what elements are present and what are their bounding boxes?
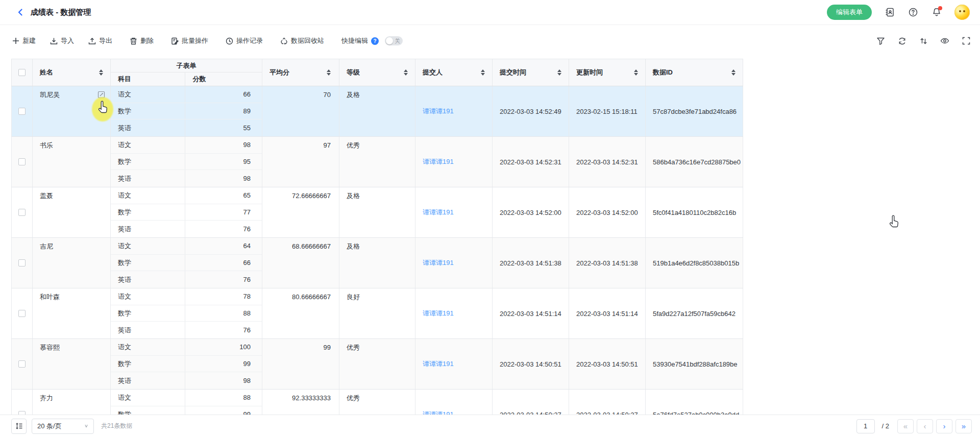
edit-form-button[interactable]: 编辑表单 <box>827 5 872 20</box>
avatar[interactable] <box>954 5 970 20</box>
score-value: 64 <box>185 238 262 254</box>
page-number-input[interactable] <box>856 419 875 433</box>
score-value: 89 <box>185 103 262 119</box>
submit-time-cell: 2022-03-03 14:52:31 <box>493 137 569 187</box>
notification-bell-icon[interactable] <box>931 7 942 18</box>
subject-value: 语文 <box>111 86 185 103</box>
column-header-submit-time[interactable]: 提交时间 <box>493 59 569 86</box>
submit-time-cell: 2022-03-03 14:50:51 <box>493 339 569 389</box>
export-button[interactable]: 导出 <box>88 36 112 45</box>
row-checkbox[interactable] <box>18 259 26 266</box>
column-header-data-id[interactable]: 数据ID <box>646 59 743 86</box>
first-page-button[interactable]: « <box>897 419 914 433</box>
sort-caret-icon[interactable] <box>634 69 638 76</box>
quick-edit-help-icon[interactable]: ? <box>371 37 379 45</box>
sort-caret-icon[interactable] <box>99 69 103 76</box>
subject-value: 英语 <box>111 170 185 187</box>
subform-cell: 语文100数学99英语98 <box>111 339 262 389</box>
row-checkbox[interactable] <box>18 360 26 368</box>
table-row[interactable]: 书乐 语文98数学95英语98 97 优秀 谭谭谭191 2022-03-03 … <box>11 137 743 187</box>
sort-caret-icon[interactable] <box>404 69 408 76</box>
import-button[interactable]: 导入 <box>50 36 74 45</box>
fullscreen-icon[interactable] <box>961 35 972 46</box>
refresh-icon[interactable] <box>896 35 908 46</box>
quick-edit-toggle[interactable]: 关 <box>385 36 403 45</box>
import-icon <box>50 37 58 45</box>
column-header-score[interactable]: 分数 <box>185 72 262 86</box>
subform-sub-row: 数学99 <box>111 406 262 415</box>
page-size-select[interactable]: 20 条/页 ∨ <box>32 419 94 434</box>
submitter-link[interactable]: 谭谭谭191 <box>423 258 454 268</box>
contacts-book-icon[interactable] <box>884 7 895 18</box>
submitter-link[interactable]: 谭谭谭191 <box>423 208 454 217</box>
subject-value: 英语 <box>111 372 185 389</box>
submitter-link[interactable]: 谭谭谭191 <box>423 157 454 166</box>
subform-sub-row: 语文65 <box>111 187 262 204</box>
table-row[interactable]: 齐力 语文88数学99英语 92.33333333 优秀 谭谭谭191 2022… <box>11 390 743 415</box>
table-row[interactable]: 吉尼 语文64数学66英语76 68.66666667 及格 谭谭谭191 20… <box>11 238 743 288</box>
table-row[interactable]: 盖聂 语文65数学77英语76 72.66666667 及格 谭谭谭191 20… <box>11 187 743 238</box>
update-time-cell: 2023-02-15 15:18:11 <box>569 86 646 136</box>
name-cell: 盖聂 <box>33 187 111 237</box>
back-button[interactable] <box>15 7 26 17</box>
submitter-link[interactable]: 谭谭谭191 <box>423 107 454 116</box>
subject-value: 语文 <box>111 390 185 406</box>
grade-cell: 优秀 <box>339 339 415 389</box>
sort-caret-icon[interactable] <box>481 69 485 76</box>
average-cell: 92.33333333 <box>262 390 339 415</box>
row-checkbox[interactable] <box>18 411 26 415</box>
row-checkbox[interactable] <box>18 158 26 165</box>
table-row[interactable]: 和叶森 语文78数学88英语76 80.66666667 良好 谭谭谭191 2… <box>11 288 743 339</box>
sort-caret-icon[interactable] <box>731 69 736 76</box>
average-cell: 68.66666667 <box>262 238 339 288</box>
column-header-grade[interactable]: 等级 <box>339 59 415 86</box>
sort-icon[interactable] <box>918 35 929 46</box>
grade-value: 及格 <box>347 238 360 255</box>
table-header: 姓名 子表单 科目 分数 平均分 等级 提交人 <box>11 59 743 86</box>
subject-value: 数学 <box>111 204 185 221</box>
row-checkbox[interactable] <box>18 310 26 317</box>
sort-caret-icon[interactable] <box>327 69 331 76</box>
table-row[interactable]: 凯尼吴 语文66数学89英语55 70 及格 谭谭谭191 2022-03-03… <box>11 86 743 137</box>
score-value: 88 <box>185 390 262 406</box>
batch-operation-button[interactable]: 批量操作 <box>171 36 208 45</box>
submitter-link[interactable]: 谭谭谭191 <box>423 410 454 415</box>
column-header-average[interactable]: 平均分 <box>262 59 339 86</box>
visibility-eye-icon[interactable] <box>939 35 950 46</box>
row-checkbox[interactable] <box>18 209 26 216</box>
sort-caret-icon[interactable] <box>557 69 561 76</box>
submitter-link[interactable]: 谭谭谭191 <box>423 359 454 369</box>
submit-time-value: 2022-03-03 14:51:38 <box>500 259 561 267</box>
average-cell: 70 <box>262 86 339 136</box>
row-checkbox-cell <box>11 288 33 338</box>
select-all-checkbox[interactable] <box>18 69 26 76</box>
table-row[interactable]: 慕容熙 语文100数学99英语98 99 优秀 谭谭谭191 2022-03-0… <box>11 339 743 390</box>
name-cell: 书乐 <box>33 137 111 187</box>
help-icon[interactable] <box>908 7 919 18</box>
row-density-button[interactable] <box>11 419 27 434</box>
prev-page-button[interactable]: ‹ <box>917 419 933 433</box>
delete-button[interactable]: 删除 <box>130 36 154 45</box>
average-cell: 72.66666667 <box>262 187 339 237</box>
column-header-name[interactable]: 姓名 <box>33 59 111 86</box>
filter-icon[interactable] <box>875 35 886 46</box>
operation-log-button[interactable]: 操作记录 <box>226 36 263 45</box>
column-header-update-time[interactable]: 更新时间 <box>569 59 646 86</box>
subject-value: 英语 <box>111 322 185 338</box>
submitter-cell: 谭谭谭191 <box>415 238 493 288</box>
row-checkbox-cell <box>11 238 33 288</box>
data-id-cell: 5a76fd7e527ab0c000b3a9dd <box>646 390 743 415</box>
name-cell: 和叶森 <box>33 288 111 338</box>
column-header-subject[interactable]: 科目 <box>111 72 185 86</box>
subject-value: 数学 <box>111 305 185 322</box>
column-header-submitter[interactable]: 提交人 <box>415 59 493 86</box>
submitter-link[interactable]: 谭谭谭191 <box>423 309 454 318</box>
row-checkbox[interactable] <box>18 108 26 115</box>
new-record-button[interactable]: 新建 <box>12 36 36 45</box>
score-value: 55 <box>185 119 262 136</box>
last-page-button[interactable]: » <box>955 419 972 433</box>
next-page-button[interactable]: › <box>936 419 952 433</box>
recycle-bin-button[interactable]: 数据回收站 <box>280 36 324 45</box>
update-time-value: 2022-03-03 14:51:38 <box>576 259 638 267</box>
row-edit-pencil-icon[interactable] <box>97 91 105 99</box>
